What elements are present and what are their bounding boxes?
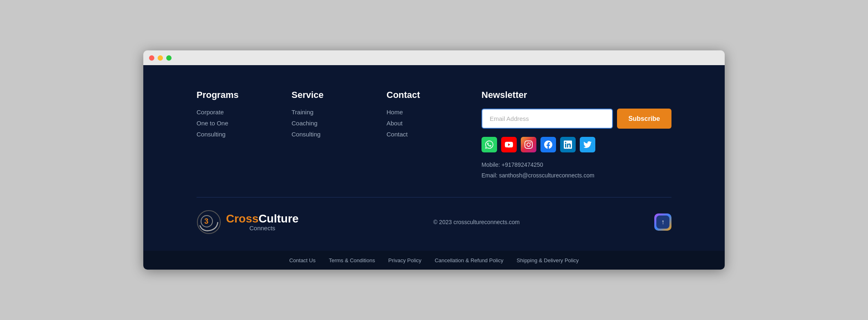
contact-link-home[interactable]: Home (387, 109, 481, 116)
email-address: Email: santhosh@crosscultureconnects.com (481, 170, 671, 181)
programs-link-corporate[interactable]: Corporate (197, 109, 292, 116)
footer-links-bar: Contact Us Terms & Conditions Privacy Po… (143, 251, 725, 270)
browser-window: Programs Corporate One to One Consulting… (143, 50, 725, 269)
maximize-dot[interactable] (166, 55, 172, 61)
footer-link-shipping[interactable]: Shipping & Delivery Policy (517, 257, 579, 263)
scroll-top-button[interactable]: ↑ (654, 213, 671, 231)
contact-link-about[interactable]: About (387, 120, 481, 127)
mobile-number: Mobile: +917892474250 (481, 160, 671, 170)
contact-column: Contact Home About Contact (387, 90, 481, 180)
contact-link-contact[interactable]: Contact (387, 131, 481, 138)
footer-link-contact-us[interactable]: Contact Us (289, 257, 315, 263)
logo-text: CrossCulture Connects (226, 212, 298, 231)
service-link-training[interactable]: Training (292, 109, 387, 116)
twitter-icon[interactable] (580, 137, 595, 152)
social-icons-row (481, 137, 671, 152)
whatsapp-icon[interactable] (481, 137, 497, 152)
newsletter-column: Newsletter Subscribe (481, 90, 671, 180)
newsletter-form: Subscribe (481, 109, 671, 129)
subscribe-button[interactable]: Subscribe (617, 109, 671, 129)
service-column: Service Training Coaching Consulting (292, 90, 387, 180)
email-input[interactable] (481, 109, 613, 129)
youtube-icon[interactable] (501, 137, 517, 152)
contact-info: Mobile: +917892474250 Email: santhosh@cr… (481, 160, 671, 180)
close-dot[interactable] (149, 55, 154, 61)
logo-brand: CrossCulture (226, 212, 298, 225)
scroll-top-arrow-icon: ↑ (661, 219, 665, 225)
service-heading: Service (292, 90, 387, 100)
logo-area: 3 CrossCulture Connects (197, 210, 298, 234)
programs-link-onetoone[interactable]: One to One (197, 120, 292, 127)
footer-link-terms[interactable]: Terms & Conditions (329, 257, 375, 263)
browser-titlebar (143, 50, 725, 65)
logo-icon: 3 (197, 210, 221, 234)
programs-link-consulting[interactable]: Consulting (197, 131, 292, 138)
service-link-coaching[interactable]: Coaching (292, 120, 387, 127)
newsletter-heading: Newsletter (481, 90, 671, 100)
instagram-icon[interactable] (521, 137, 536, 152)
footer-divider (197, 197, 671, 197)
footer-link-cancellation[interactable]: Cancellation & Refund Policy (435, 257, 504, 263)
footer-bottom: 3 CrossCulture Connects © 2023 crosscult… (197, 210, 671, 234)
logo-connects: Connects (226, 225, 298, 231)
service-link-consulting[interactable]: Consulting (292, 131, 387, 138)
footer-columns: Programs Corporate One to One Consulting… (197, 90, 671, 180)
copyright-text: © 2023 crosscultureconnects.com (433, 219, 520, 225)
svg-text:3: 3 (204, 217, 208, 225)
facebook-icon[interactable] (540, 137, 556, 152)
footer-main: Programs Corporate One to One Consulting… (143, 65, 725, 250)
minimize-dot[interactable] (158, 55, 163, 61)
scroll-top-inner: ↑ (656, 216, 669, 229)
programs-heading: Programs (197, 90, 292, 100)
linkedin-icon[interactable] (560, 137, 576, 152)
contact-heading: Contact (387, 90, 481, 100)
footer-link-privacy[interactable]: Privacy Policy (388, 257, 421, 263)
programs-column: Programs Corporate One to One Consulting (197, 90, 292, 180)
